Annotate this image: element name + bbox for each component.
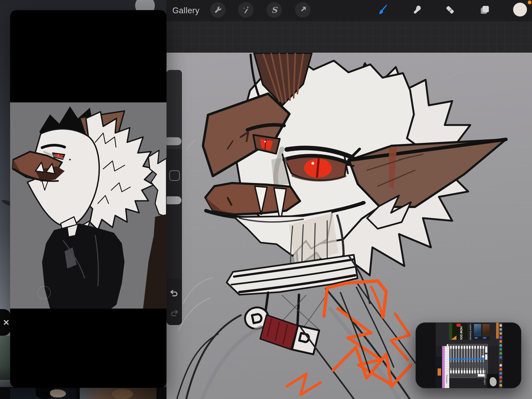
premium-label: Premium (446, 375, 448, 383)
sidebar-tool-column (167, 70, 182, 325)
layers-button[interactable] (478, 3, 491, 16)
dialog-button (485, 346, 487, 353)
pip-side-thumbnail (436, 357, 442, 388)
extension-badge (475, 337, 478, 339)
pip-extensions-section: Latest Extensions (469, 323, 490, 340)
undo-arrow-icon (169, 289, 179, 298)
messages-label: My Messages (484, 370, 486, 385)
extension-thumb-game (483, 324, 490, 336)
pip-mech-thumbnail (487, 374, 499, 388)
actions-button[interactable] (210, 2, 226, 18)
pip-orange-button (438, 368, 441, 376)
dialog-checkbox (482, 355, 484, 358)
arrow-cursor-icon (298, 6, 307, 14)
pip-orange-strip (496, 323, 499, 339)
pip-youtube-thumbnail: HOW DOWNLOAD MOD (449, 323, 468, 340)
magic-wand-icon (242, 6, 250, 14)
pip-video-content: HOW DOWNLOAD MOD Latest Extensions (436, 323, 502, 388)
pip-taskbar (499, 323, 502, 388)
pip-white-strip: Premium (445, 346, 449, 388)
mech-figure (490, 377, 497, 386)
pip-video-window[interactable]: HOW DOWNLOAD MOD Latest Extensions (415, 322, 521, 388)
background-thumbnail-edge[interactable] (0, 336, 11, 380)
ipad-screen: Gallery S (0, 0, 532, 399)
close-icon: ✕ (3, 318, 10, 327)
extension-thumb-space (474, 324, 481, 336)
color-disc-button[interactable] (513, 3, 527, 16)
smudge-finger-icon (411, 4, 423, 16)
reference-artwork (10, 102, 167, 309)
offcanvas-grid-area (167, 21, 532, 53)
gallery-thumbnail-left[interactable] (10, 388, 76, 399)
screen-record-indicator-dot (528, 1, 531, 4)
undo-button[interactable] (169, 289, 179, 298)
selection-button[interactable]: S (267, 2, 282, 18)
dialog-button (485, 354, 487, 360)
erase-tool-button[interactable] (444, 3, 456, 16)
transform-button[interactable] (295, 2, 310, 18)
wrench-icon (214, 6, 222, 14)
gallery-thumbnail-right[interactable] (80, 388, 156, 399)
paint-tool-button[interactable] (376, 3, 389, 16)
reference-image-panel[interactable] (10, 10, 167, 388)
thumbnail-orange-corner (451, 335, 456, 340)
pip-settings-dialog (447, 344, 488, 378)
brush-size-slider-handle[interactable] (167, 137, 181, 145)
layers-icon (479, 4, 491, 16)
extensions-heading: Latest Extensions (469, 324, 472, 340)
s-curve-icon: S (271, 5, 277, 15)
opacity-slider-handle[interactable] (167, 196, 181, 204)
modify-button[interactable] (169, 170, 180, 181)
gallery-button[interactable]: Gallery (172, 0, 200, 21)
brush-icon (377, 4, 388, 16)
redo-arrow-icon (169, 309, 179, 318)
thumbnail-title: HOW DOWNLOAD MOD (460, 326, 463, 340)
adjustments-button[interactable] (238, 2, 253, 18)
pip-purple-bar (442, 346, 445, 388)
background-close-button[interactable]: ✕ (0, 309, 11, 336)
smudge-tool-button[interactable] (411, 3, 423, 16)
eraser-icon (444, 4, 456, 16)
redo-button[interactable] (169, 309, 179, 318)
pip-faders (450, 346, 484, 377)
extension-badge (483, 337, 486, 339)
